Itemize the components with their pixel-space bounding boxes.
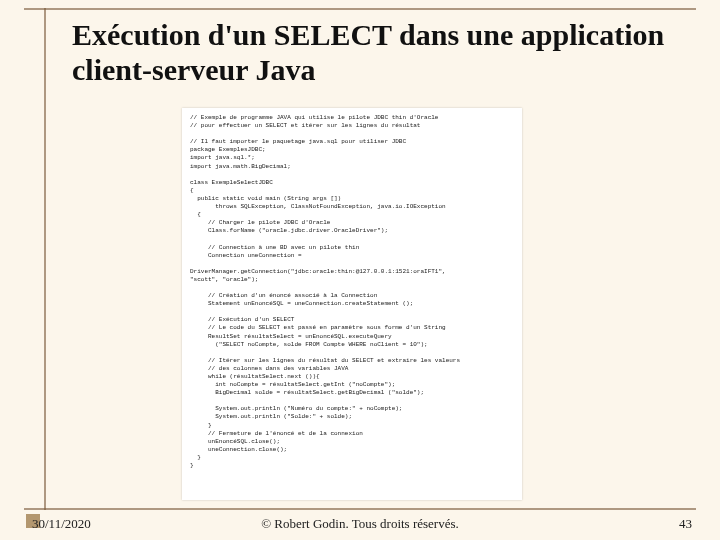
rule-bottom — [24, 508, 696, 510]
code-block: // Exemple de programme JAVA qui utilise… — [182, 108, 522, 500]
footer-copyright: © Robert Godin. Tous droits réservés. — [0, 516, 720, 532]
rule-left — [44, 8, 46, 510]
footer-page-number: 43 — [679, 516, 692, 532]
rule-top — [24, 8, 696, 10]
slide: Exécution d'un SELECT dans une applicati… — [0, 0, 720, 540]
slide-title: Exécution d'un SELECT dans une applicati… — [72, 18, 680, 87]
